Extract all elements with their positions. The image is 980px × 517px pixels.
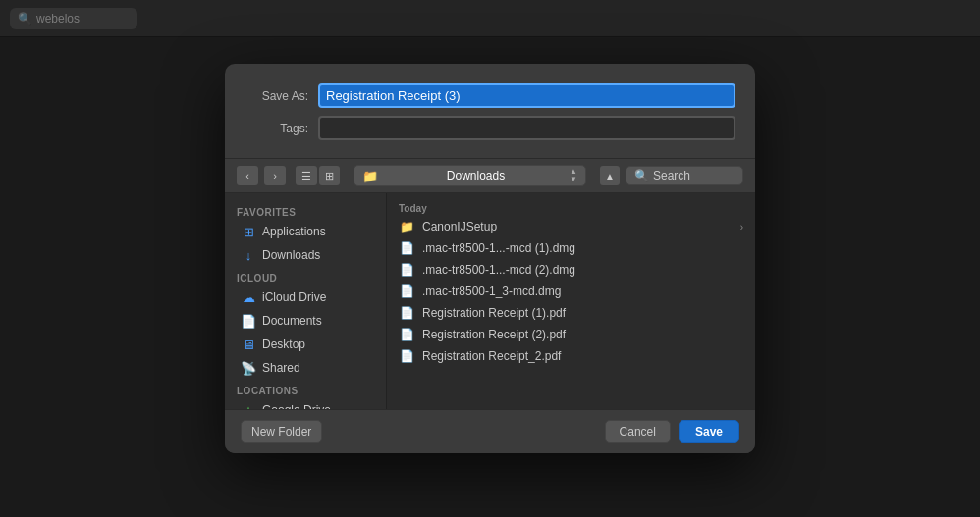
location-name: Downloads — [447, 169, 505, 182]
file-name-mac-dmg-3: .mac-tr8500-1_3-mcd.dmg — [422, 284, 561, 298]
dialog-overlay: Save As: Tags: ‹ › ☰ ⊞ 📁 Downloads ▲ ▼ — [0, 0, 980, 517]
pdf-icon-2: 📄 — [399, 327, 414, 342]
file-item-receipt-1[interactable]: 📄 Registration Receipt (1).pdf — [387, 302, 755, 324]
cancel-button[interactable]: Cancel — [605, 420, 671, 443]
sidebar-item-downloads-label: Downloads — [262, 248, 320, 262]
dialog-search[interactable]: 🔍 Search — [626, 166, 743, 185]
documents-icon: 📄 — [241, 313, 256, 329]
folder-icon: 📁 — [399, 219, 414, 234]
applications-icon: ⊞ — [241, 224, 256, 239]
sidebar-item-applications[interactable]: ⊞ Applications — [229, 220, 382, 243]
shared-icon: 📡 — [241, 360, 256, 376]
file-name-mac-dmg-2: .mac-tr8500-1...-mcd (2).dmg — [422, 263, 575, 277]
sidebar-item-documents[interactable]: 📄 Documents — [229, 309, 382, 333]
desktop-icon: 🖥 — [241, 336, 256, 352]
sidebar-item-documents-label: Documents — [262, 314, 322, 328]
dmg-icon-2: 📄 — [399, 262, 414, 278]
new-folder-button[interactable]: New Folder — [241, 420, 322, 443]
save-dialog: Save As: Tags: ‹ › ☰ ⊞ 📁 Downloads ▲ ▼ — [225, 64, 755, 453]
sidebar-item-applications-label: Applications — [262, 225, 326, 238]
file-item-canonijsetup[interactable]: 📁 CanonIJSetup › — [387, 216, 755, 237]
file-name-receipt-2b: Registration Receipt_2.pdf — [422, 349, 561, 363]
list-view-button[interactable]: ☰ — [296, 166, 317, 185]
dialog-nav: ‹ › ☰ ⊞ 📁 Downloads ▲ ▼ ▲ 🔍 Search — [225, 158, 755, 193]
file-name-mac-dmg-1: .mac-tr8500-1...-mcd (1).dmg — [422, 241, 575, 255]
save-button[interactable]: Save — [679, 420, 739, 443]
save-as-input[interactable] — [318, 83, 735, 108]
locations-label: Locations — [225, 380, 386, 398]
google-drive-icon: △ — [241, 402, 256, 409]
forward-button[interactable]: › — [264, 166, 286, 185]
column-view-button[interactable]: ⊞ — [319, 166, 340, 185]
pdf-icon-3: 📄 — [399, 348, 414, 364]
location-selector[interactable]: 📁 Downloads ▲ ▼ — [354, 165, 586, 186]
sidebar-item-google-drive[interactable]: △ Google Drive — [229, 398, 382, 409]
dialog-sidebar: Favorites ⊞ Applications ↓ Downloads iCl… — [225, 193, 387, 409]
sidebar-item-downloads[interactable]: ↓ Downloads — [229, 243, 382, 267]
dialog-file-list: Today 📁 CanonIJSetup › 📄 .mac-tr8500-1..… — [387, 193, 755, 409]
icloud-drive-icon: ☁ — [241, 289, 256, 305]
save-as-label: Save As: — [245, 89, 308, 103]
tags-input[interactable] — [318, 116, 735, 140]
sidebar-item-shared[interactable]: 📡 Shared — [229, 356, 382, 380]
icloud-label: iCloud — [225, 267, 386, 285]
sidebar-item-icloud-label: iCloud Drive — [262, 290, 326, 304]
search-placeholder: Search — [653, 169, 690, 182]
search-icon-small: 🔍 — [634, 169, 649, 182]
favorites-label: Favorites — [225, 201, 386, 220]
chevron-icon: › — [740, 222, 743, 233]
dialog-body: Favorites ⊞ Applications ↓ Downloads iCl… — [225, 193, 755, 409]
file-item-mac-dmg-3[interactable]: 📄 .mac-tr8500-1_3-mcd.dmg — [387, 281, 755, 302]
tags-row: Tags: — [245, 116, 735, 140]
sidebar-item-desktop-label: Desktop — [262, 337, 305, 351]
sidebar-item-shared-label: Shared — [262, 361, 300, 375]
dmg-icon-3: 📄 — [399, 284, 414, 299]
dmg-icon-1: 📄 — [399, 240, 414, 256]
pdf-icon-1: 📄 — [399, 305, 414, 321]
tags-label: Tags: — [245, 122, 308, 135]
file-item-receipt-2[interactable]: 📄 Registration Receipt (2).pdf — [387, 324, 755, 345]
view-buttons: ☰ ⊞ — [296, 166, 340, 185]
sidebar-item-icloud-drive[interactable]: ☁ iCloud Drive — [229, 285, 382, 309]
location-folder-icon: 📁 — [362, 169, 378, 183]
expand-button[interactable]: ▲ — [600, 166, 620, 185]
downloads-icon: ↓ — [241, 247, 256, 263]
file-name-receipt-1: Registration Receipt (1).pdf — [422, 306, 566, 320]
sidebar-item-desktop[interactable]: 🖥 Desktop — [229, 333, 382, 356]
file-name-canonijsetup: CanonIJSetup — [422, 220, 497, 233]
file-item-receipt-2b[interactable]: 📄 Registration Receipt_2.pdf — [387, 345, 755, 367]
back-button[interactable]: ‹ — [237, 166, 258, 185]
today-label: Today — [387, 197, 755, 216]
dialog-footer: New Folder Cancel Save — [225, 409, 755, 453]
file-item-mac-dmg-1[interactable]: 📄 .mac-tr8500-1...-mcd (1).dmg — [387, 237, 755, 259]
save-as-row: Save As: — [245, 83, 735, 108]
location-chevrons: ▲ ▼ — [570, 168, 577, 183]
dialog-top-section: Save As: Tags: — [225, 64, 755, 158]
file-name-receipt-2: Registration Receipt (2).pdf — [422, 328, 566, 341]
file-item-mac-dmg-2[interactable]: 📄 .mac-tr8500-1...-mcd (2).dmg — [387, 259, 755, 281]
